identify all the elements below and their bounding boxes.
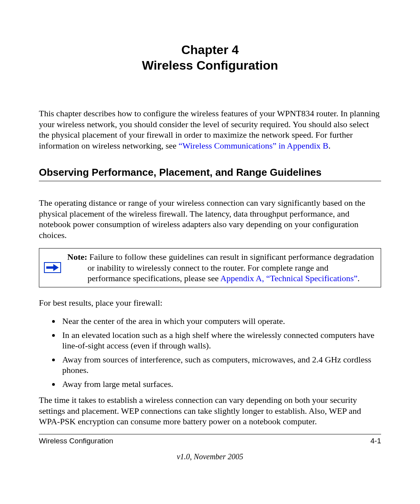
note-box: Note: Failure to follow these guidelines… <box>39 248 381 287</box>
placement-tail: The time it takes to establish a wireles… <box>39 395 381 427</box>
chapter-title: Wireless Configuration <box>39 58 381 73</box>
link-appendix-a-tech-specs[interactable]: Appendix A, “Technical Specifications” <box>220 273 357 283</box>
page-footer: Wireless Configuration 4-1 v1.0, Novembe… <box>39 434 381 461</box>
chapter-number: Chapter 4 <box>39 42 381 58</box>
list-item: Near the center of the area in which you… <box>60 316 381 327</box>
link-wireless-communications-appendix-b[interactable]: “Wireless Communications” in Appendix B <box>178 141 328 150</box>
note-icon-cell <box>39 248 66 287</box>
placement-lead: For best results, place your firewall: <box>39 298 381 308</box>
footer-version: v1.0, November 2005 <box>39 452 381 461</box>
note-line3-after: . <box>357 273 360 283</box>
footer-line: Wireless Configuration 4-1 <box>39 437 381 445</box>
note-line2: or inability to wirelessly connect to th… <box>67 262 377 273</box>
footer-page-number: 4-1 <box>371 437 381 445</box>
intro-text-after: . <box>329 141 331 150</box>
note-line3-before: performance specifications, please see <box>88 273 220 283</box>
note-line3-wrap: performance specifications, please see A… <box>67 273 377 284</box>
svg-marker-0 <box>46 264 59 271</box>
list-item: In an elevated location such as a high s… <box>60 330 381 351</box>
note-label: Note: <box>67 252 87 262</box>
footer-rule <box>39 434 381 434</box>
note-line1: Failure to follow these guidelines can r… <box>87 252 374 262</box>
intro-paragraph: This chapter describes how to configure … <box>39 108 381 151</box>
arrow-right-icon <box>44 262 61 273</box>
list-item: Away from sources of interference, such … <box>60 354 381 376</box>
placement-bullets: Near the center of the area in which you… <box>39 316 381 389</box>
footer-section-title: Wireless Configuration <box>39 437 113 445</box>
section-heading-guidelines: Observing Performance, Placement, and Ra… <box>39 166 381 178</box>
section-rule <box>39 181 381 181</box>
section1-para1: The operating distance or range of your … <box>39 198 381 240</box>
chapter-heading: Chapter 4 Wireless Configuration <box>39 42 381 73</box>
list-item: Away from large metal surfaces. <box>60 379 381 390</box>
page: Chapter 4 Wireless Configuration This ch… <box>0 0 420 504</box>
note-text: Note: Failure to follow these guidelines… <box>66 248 381 287</box>
